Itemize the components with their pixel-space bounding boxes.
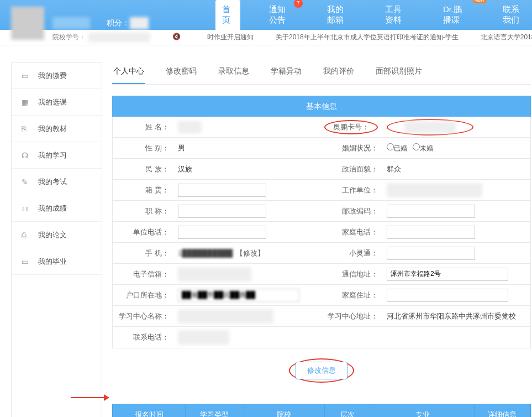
- contacttel-value: [178, 330, 229, 345]
- book-icon: ⎘: [22, 124, 31, 133]
- hometel-input[interactable]: [387, 226, 475, 239]
- tabs: 个人中心 修改密码 录取信息 学籍异动 我的评价 面部识别照片: [112, 62, 531, 85]
- gender-value: 男: [173, 143, 322, 153]
- sidebar-item-grades[interactable]: ⫾⫾我的成绩: [12, 195, 102, 222]
- pager-label: 小灵通：: [322, 248, 382, 258]
- sidebar-item-graduate[interactable]: ▭我的毕业: [12, 248, 102, 275]
- card-label: 奥鹏卡号：: [324, 120, 378, 134]
- zip-input[interactable]: [387, 205, 475, 218]
- ticker-item[interactable]: 关于2018年上半年北京市成人学位英语打印准考证的通知-学生: [276, 33, 459, 42]
- marital-label: 婚姻状况：: [322, 143, 382, 153]
- worktel-input[interactable]: [178, 226, 266, 239]
- contacttel-label: 联系电话：: [113, 332, 173, 342]
- addr-label: 通信地址：: [322, 269, 382, 279]
- user-name: [52, 17, 90, 29]
- news-ticker: 🔇 时作业开启通知 关于2018年上半年北京市成人学位英语打印准考证的通知-学生…: [172, 33, 532, 42]
- headset-icon: ☊: [22, 151, 31, 160]
- sidebar-item-label: 我的选课: [38, 97, 67, 107]
- enroll-table: 报名时间 学习类型 院校 层次 专业 详细信息 2017年03月 学历教育 北京…: [112, 404, 531, 417]
- centeraddr-value: 河北省涿州市华阳东路中共涿州市委党校: [382, 311, 530, 321]
- center-value: [178, 309, 273, 324]
- tab-password[interactable]: 修改密码: [165, 62, 198, 84]
- tab-status[interactable]: 学籍异动: [270, 62, 303, 84]
- doc-icon: ⎙: [22, 231, 31, 239]
- work-label: 工作单位：: [322, 185, 382, 195]
- tab-admission[interactable]: 录取信息: [217, 62, 250, 84]
- addr-input[interactable]: [387, 268, 508, 281]
- hometel-label: 家庭电话：: [322, 227, 382, 237]
- mobile-value: 1██████████: [178, 249, 233, 257]
- modify-info-button[interactable]: 修改信息: [296, 362, 347, 379]
- sidebar-item-textbook[interactable]: ⎘我的教材: [12, 116, 102, 142]
- center-label: 学习中心名称：: [113, 311, 173, 321]
- mobile-modify-link[interactable]: 【修改】: [236, 248, 265, 258]
- sidebar-item-label: 我的论文: [38, 230, 67, 240]
- sidebar-item-thesis[interactable]: ⎙我的论文: [12, 222, 102, 248]
- nav-contact[interactable]: 联系我们: [496, 0, 532, 30]
- zip-label: 邮政编码：: [322, 206, 382, 216]
- sidebar-item-exam[interactable]: ✎我的考试: [12, 169, 102, 195]
- pager-input[interactable]: [387, 247, 475, 260]
- ethnic-value: 汉族: [173, 164, 322, 174]
- sidebar-item-label: 我的缴费: [38, 71, 67, 81]
- gender-label: 性 别：: [113, 143, 173, 153]
- homeaddr-label: 家庭住址：: [322, 290, 382, 300]
- notice-badge: 7: [294, 0, 303, 8]
- work-value: [387, 183, 482, 197]
- avatar: [11, 7, 44, 40]
- nav-home[interactable]: 首页: [215, 0, 240, 30]
- card-value: [404, 121, 456, 133]
- ethnic-label: 民 族：: [113, 164, 173, 174]
- sidebar-item-label: 我的教材: [38, 124, 67, 134]
- top-banner: 积分： 首页 通知公告7 我的邮箱 工具资料 Dr.鹏播课New 联系我们: [0, 0, 532, 30]
- email-value: [178, 267, 251, 282]
- course-icon: ▦: [22, 98, 31, 107]
- marital-single-radio[interactable]: [413, 143, 420, 150]
- pencil-icon: ✎: [22, 178, 31, 186]
- chart-icon: ⫾⫾: [22, 204, 31, 213]
- sidebar-item-study[interactable]: ☊我的学习: [12, 142, 102, 169]
- sidebar: ▭我的缴费 ▦我的选课 ⎘我的教材 ☊我的学习 ✎我的考试 ⫾⫾我的成绩 ⎙我的…: [11, 62, 102, 417]
- th-type: 学习类型: [186, 404, 244, 418]
- student-id-value: [88, 33, 150, 42]
- sidebar-item-payment[interactable]: ▭我的缴费: [12, 62, 102, 89]
- marital-married-radio[interactable]: [387, 143, 394, 150]
- th-major: 专业: [371, 404, 475, 418]
- nav-tools[interactable]: 工具资料: [378, 0, 414, 30]
- political-value: 群众: [382, 164, 530, 174]
- info-table: 姓 名： 奥鹏卡号： 性 别：男 婚姻状况：已婚未婚 民 族：汉族 政治面貌：群…: [112, 117, 531, 348]
- email-label: 电子信箱：: [113, 269, 173, 279]
- political-label: 政治面貌：: [322, 164, 382, 174]
- cert-icon: ▭: [22, 257, 31, 266]
- sound-icon: 🔇: [172, 33, 181, 42]
- tab-review[interactable]: 我的评价: [322, 62, 355, 84]
- tab-face[interactable]: 面部识别照片: [375, 62, 423, 84]
- section-header-basic: 基本信息: [112, 96, 531, 117]
- title-label: 职 称：: [113, 206, 173, 216]
- nav-notice[interactable]: 通知公告7: [262, 0, 298, 30]
- th-school: 院校: [244, 404, 324, 418]
- th-detail: 详细信息: [474, 404, 530, 418]
- native-input[interactable]: [178, 184, 266, 197]
- worktel-label: 单位电话：: [113, 227, 173, 237]
- points-label: 积分：: [107, 18, 130, 27]
- sidebar-item-label: 我的成绩: [38, 204, 67, 213]
- title-input[interactable]: [178, 205, 266, 218]
- ticker-item[interactable]: 时作业开启通知: [207, 33, 254, 42]
- sidebar-item-course[interactable]: ▦我的选课: [12, 89, 102, 116]
- main-content: 个人中心 修改密码 录取信息 学籍异动 我的评价 面部识别照片 基本信息 姓 名…: [112, 62, 531, 417]
- nav-mail[interactable]: 我的邮箱: [320, 0, 356, 30]
- native-label: 籍 贯：: [113, 185, 173, 195]
- th-time: 报名时间: [113, 404, 186, 418]
- ticker-item[interactable]: 北京语言大学2018年9月: [481, 33, 532, 42]
- name-value: [178, 121, 202, 133]
- nav-course[interactable]: Dr.鹏播课New: [436, 0, 474, 30]
- homeaddr-input[interactable]: [387, 289, 508, 302]
- name-label: 姓 名：: [113, 122, 173, 132]
- tab-profile[interactable]: 个人中心: [112, 62, 145, 84]
- points-value: [130, 17, 149, 29]
- annotation-arrow: [71, 387, 109, 406]
- sidebar-item-label: 我的考试: [38, 177, 67, 187]
- hukou-input[interactable]: [178, 289, 299, 302]
- th-level: 层次: [324, 404, 371, 418]
